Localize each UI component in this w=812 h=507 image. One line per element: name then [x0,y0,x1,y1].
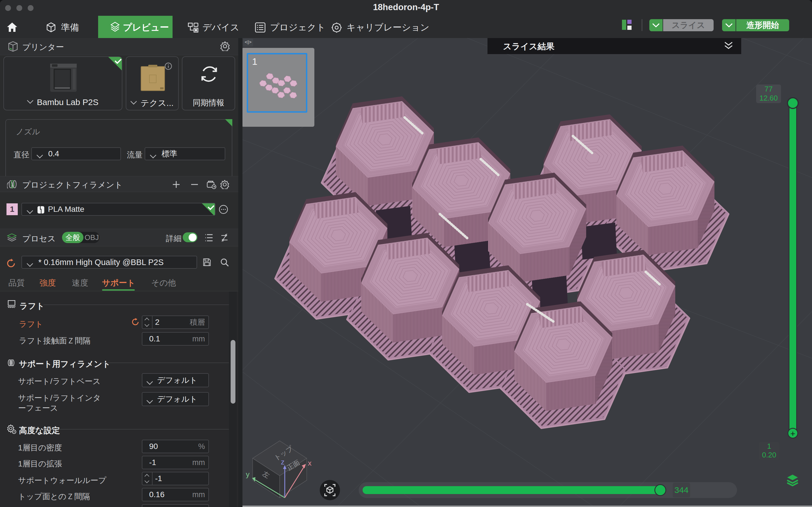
svg-text:x: x [308,459,312,467]
svg-text:z: z [281,458,285,466]
svg-text:y: y [246,470,250,478]
